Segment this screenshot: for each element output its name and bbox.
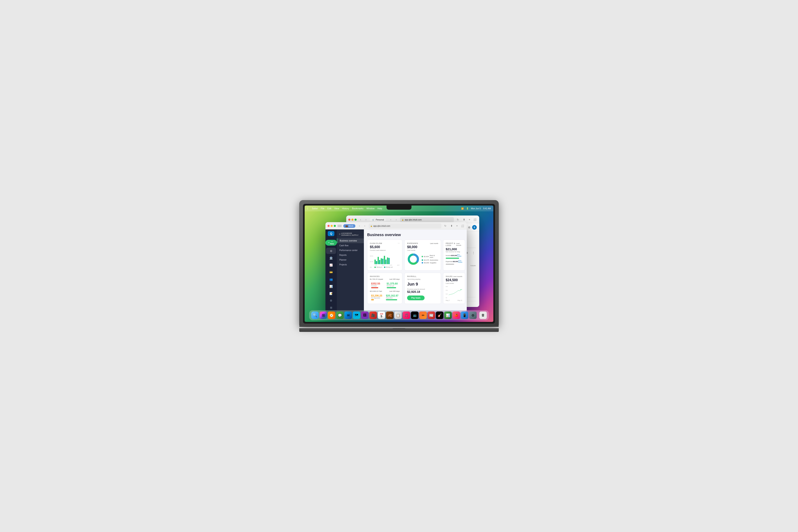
menu-datetime: Mon Jun 5 [471,207,481,210]
front-tab-forward[interactable]: › [362,224,367,228]
pl-expense-review[interactable]: 15 to review [458,260,462,263]
planner-more-icon[interactable]: ⋮ [471,250,476,255]
sidebar-item-sales[interactable]: 📈 [326,262,336,268]
front-minimize-button[interactable] [330,225,333,227]
back-nav-forward[interactable]: › [364,217,368,222]
maximize-button[interactable] [355,218,357,221]
front-tab-back[interactable]: ‹ [357,224,362,228]
sidebar-item-dashboard[interactable]: ⊙ [326,248,336,254]
tab-forward-btn[interactable]: › [394,217,398,222]
dock-calendar-icon[interactable]: JUN 5 [378,311,385,319]
back-traffic-lights[interactable] [348,218,357,221]
dock-safari-icon[interactable]: 🧭 [328,311,336,319]
work-tab-icon: 💼 [345,225,348,227]
pl-expense-row: Expenses $8,000 15 to review [446,260,462,263]
close-button[interactable] [348,218,350,221]
sidebar-item-employees[interactable]: 👥 [326,276,336,282]
menu-edit[interactable]: Edit [327,207,331,210]
front-reload-btn[interactable]: ↻ [443,224,448,228]
dock-reminders-icon[interactable]: 📋 [395,311,402,319]
company-menu-icon[interactable]: ☰ [339,233,340,235]
dock-news-icon[interactable]: 📰 [428,311,435,319]
front-new-tab-icon[interactable]: + [455,224,459,228]
sales-period: Last month [453,276,462,278]
dock-appletv-icon[interactable]: 📺 [411,311,419,319]
work-tab[interactable]: 💼 Work [343,224,355,228]
menu-safari[interactable]: Safari [312,207,318,210]
menu-view[interactable]: View [334,207,339,210]
dock-facetime-icon[interactable]: 🎥 [369,311,377,319]
front-address-bar[interactable]: 🔒 app.qbo.intuit.com [369,223,441,228]
front-share-icon[interactable]: ⬆ [449,224,454,228]
menu-window[interactable]: Window [366,207,375,210]
cashflow-chart-area: $300k $120k $0k [370,253,400,268]
back-settings-icon[interactable]: ⚙ [468,226,471,229]
sidebar-item-banking[interactable]: 🏦 [326,255,336,261]
nav-performance-center[interactable]: Performance center [337,248,364,253]
tabs-icon[interactable]: ⬜ [473,217,477,222]
nav-business-overview[interactable]: Business overview [337,239,364,243]
front-action-btns: ⬆ + ⬜ [449,224,465,228]
dock-freeform-icon[interactable]: ✏ [419,311,427,319]
sidebar-item-taxes[interactable]: 📝 [326,290,336,297]
sidebar-item-grid[interactable]: ⊞ [326,305,336,311]
qbo-new-button[interactable]: + + New [325,240,337,246]
sidebar-item-apps[interactable]: ⚙ [326,298,336,304]
dock-mail-icon[interactable]: ✉ [345,311,352,319]
front-traffic-lights[interactable] [327,225,336,227]
dock-appstore-icon[interactable]: 📱 [461,311,469,319]
dock-finder-icon[interactable]: 🔍 [311,311,319,319]
expenses-subtitle: Last month [407,249,438,251]
sidebar-item-expenses[interactable]: 💳 [326,269,336,276]
x-label-mar: MAR [382,265,385,266]
menu-help[interactable]: Help [377,207,382,210]
back-address-bar[interactable]: 🔒 app.qbo.intuit.com [400,217,454,222]
dock-photos-icon[interactable]: 🖼 [361,311,369,319]
dock-bear-icon[interactable]: 🍂 [386,311,394,319]
sales-x-labels: May 2 May 31 [446,300,462,301]
dock-settings-icon[interactable]: ⚙ [469,311,477,319]
personal-tab-label: Personal [376,218,384,221]
nav-cash-flow[interactable]: Cash flow [337,243,364,248]
dock-keynote-icon[interactable]: 🍎 [453,311,460,319]
dock-maps-icon[interactable]: 🗺 [353,311,360,319]
nav-planner[interactable]: Planner [337,258,364,262]
overdue-bar [371,287,378,288]
front-tabs-icon[interactable]: ⬜ [460,224,465,228]
dock-numbers-icon[interactable]: 📊 [444,311,452,319]
pl-income-review[interactable]: 8 to review [457,254,462,257]
back-reload-btn[interactable]: ↻ [456,217,460,222]
x-label-feb: FEB [375,265,377,266]
share-icon[interactable]: ⬆ [462,217,466,222]
tab-back-btn[interactable]: ‹ [388,217,393,222]
dock-trash-icon[interactable]: 🗑 [479,311,487,319]
nav-projects[interactable]: Projects [337,262,364,267]
menu-history[interactable]: History [342,207,349,210]
minimize-button[interactable] [352,218,354,221]
y-label-120k: $120k [370,261,373,262]
launchpad-icon: ⊞ [322,313,325,318]
personal-tab[interactable]: 🛒 Personal [370,218,386,222]
dock-launchpad-icon[interactable]: ⊞ [320,311,327,319]
sidebar-item-reports[interactable]: 📊 [326,283,336,289]
back-avatar[interactable]: B [472,225,477,230]
menu-file[interactable]: File [321,207,325,210]
macbook-hinge [299,326,499,327]
pay-team-button[interactable]: Pay team [407,296,424,300]
menu-bookmarks[interactable]: Bookmarks [352,207,363,210]
dock-music-icon[interactable]: 🎵 [403,311,410,319]
nav-reports[interactable]: Reports [337,253,364,258]
bar-may-cf [384,256,386,264]
expense-amount-3: $3,000 [424,262,429,264]
dock-mela-icon[interactable]: 🎸 [436,311,443,319]
new-tab-icon[interactable]: + [467,217,472,222]
cashflow-title-text: CASH FLOW [370,242,382,244]
sidebar-toggle-icon[interactable] [338,224,342,228]
payroll-title: PAYROLL [407,276,438,278]
cashflow-more-icon[interactable]: ⋯ [398,242,400,244]
front-maximize-button[interactable] [334,225,336,227]
front-close-button[interactable] [327,225,329,227]
qbo-company-header: ☰ LOCKWOOD CERAMICS SUPPLY [337,231,364,237]
dock-messages-icon[interactable]: 💬 [336,311,344,319]
back-nav-back[interactable]: ‹ [358,217,363,222]
